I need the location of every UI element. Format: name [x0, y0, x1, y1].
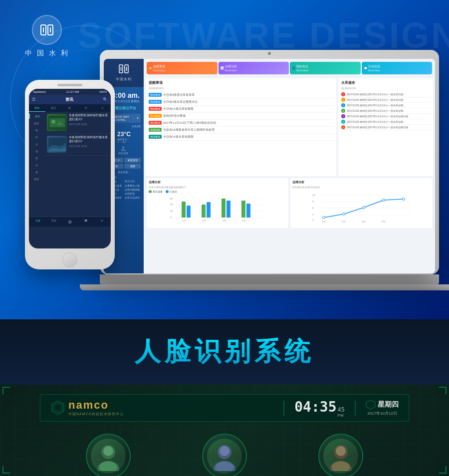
svg-text:40: 40 — [170, 203, 173, 206]
phone-hamburger-icon: ☰ — [32, 97, 35, 102]
namco-divider-1 — [283, 401, 284, 416]
phone-bottom-main[interactable]: 首页 — [46, 219, 62, 225]
header-btn-4-label: 互动交流 — [368, 64, 380, 69]
legend-1: 累完成量 — [149, 190, 163, 193]
svg-marker-51 — [54, 403, 62, 412]
res-text-2: 2017/11/01 德州区(2017年11月1日小一型水库日报 — [347, 98, 403, 101]
namco-hex-icon — [50, 400, 65, 415]
warning-btn[interactable]: 预警 — [124, 164, 141, 169]
func-recent-1[interactable]: 水事事务上报 — [125, 184, 141, 188]
reminder-text-6: 当前有18座新老坝水库上报维护未处理 — [163, 128, 215, 132]
reminder-text-7: 今日有14座水库有预警 — [163, 135, 194, 139]
header-btn-3-label: 我的关注 — [296, 64, 308, 69]
header-btn-interaction[interactable]: 💬 互动交流 Reminders — [362, 62, 433, 74]
chart-icon: 📊 — [221, 66, 224, 70]
reminder-text-3: 今日有14座水库有预警 — [163, 107, 194, 111]
phone-news-item-1[interactable]: 水务局对阿长何时绿竹塘水库进行清污? 2017/1/08 15:06 — [44, 112, 111, 134]
laptop-base — [100, 274, 439, 284]
phone-tab-monitor[interactable]: 监控 — [45, 104, 62, 112]
namco-logo-area: namco 中国NAMCO科技技术研究中心 — [50, 399, 273, 418]
sidebar-item-monitor2[interactable]: 监控 — [33, 121, 40, 126]
phone-nav: ☰ 资讯 🔍 — [29, 95, 111, 104]
sidebar-item-office[interactable]: 办 — [34, 163, 39, 168]
header-btn-reminders[interactable]: 🔔 提醒事项 Reminders — [147, 62, 218, 74]
sidebar-item-protect2[interactable]: 护 — [34, 135, 39, 140]
res-num-5: 5 — [341, 114, 345, 118]
logo-icon — [32, 15, 62, 45]
user-name: JERR AMY CHONG — [114, 115, 135, 121]
phone-carrier: Applidium — [33, 90, 46, 93]
face-circle-1 — [86, 434, 131, 476]
reminder-badge-5: 通知事项 — [149, 121, 162, 125]
line-chart-title: 运维分析 — [292, 180, 430, 185]
phone-tab-protect[interactable]: 护 — [78, 104, 94, 112]
reservoir-title: 水库服务 — [340, 80, 431, 85]
reservoir-item-1: 1 2017/11/01 德州区(2017年11月1日小一型水库日报 — [340, 92, 431, 97]
svg-point-44 — [383, 199, 385, 202]
dashboard: 中国水利 08:00 am. 2017年11月12日 星期日 智慧运维云平台 👤… — [104, 59, 435, 273]
charts-row: 运维分析 水库运维时效性量及解决数量统计 累完成量 已批 — [144, 176, 435, 230]
sidebar-item-check2[interactable]: 检 — [34, 128, 39, 133]
svg-text:4: 4 — [312, 213, 314, 216]
news-thumb-1 — [47, 114, 67, 131]
reminder-badge-7: 闸坝事项 — [149, 135, 162, 139]
phone-news-item-2[interactable]: 水务局对阿长何时绿竹塘水库进行清污? 2017/1/08 15:06 — [44, 134, 111, 156]
laptop-screen-outer: 中国水利 08:00 am. 2017年11月12日 星期日 智慧运维云平台 👤… — [100, 50, 439, 274]
header-btn-attention[interactable]: 👤 我的关注 Reminders — [290, 62, 361, 74]
phone-speaker — [57, 84, 82, 86]
svg-marker-52 — [366, 400, 375, 409]
header-btn-analysis[interactable]: 📊 运维分析 Reminders — [219, 62, 289, 74]
svg-point-42 — [343, 213, 345, 216]
svg-text:4日: 4日 — [382, 220, 386, 223]
face-recognition-title: 人脸识别系统 — [135, 334, 314, 369]
header-btn-3-sub: Reminders — [296, 69, 308, 72]
phone-bottom-home[interactable]: 点页 — [30, 219, 46, 225]
user-icon: 👤 — [292, 66, 295, 70]
reminder-badge-1: 闸坝事项 — [149, 93, 162, 97]
middle-section: 人脸识别系统 — [0, 319, 449, 384]
news-text-2: 水务局对阿长何时绿竹塘水库进行清污? 2017/1/08 15:06 — [69, 136, 108, 153]
header-btn-2-label: 运维分析 — [225, 64, 237, 69]
face-circle-2 — [202, 434, 247, 476]
phone-mockup: Applidium 11:27 AM 100% ☰ 资讯 🔍 资讯 监控 检 护… — [25, 80, 115, 269]
reminder-badge-4: 待办事项 — [149, 114, 162, 118]
sidebar-item-smart[interactable]: 智管 — [33, 177, 40, 182]
res-text-3: 2017/11/01 德州区(2017年11月1日小一型水库运维... — [347, 104, 405, 107]
phone-tab-check[interactable]: 检 — [62, 104, 78, 112]
sidebar-item-news[interactable]: 资讯 — [29, 114, 44, 119]
reminder-text-2: 今日有2座水库过预警水位 — [163, 100, 198, 104]
sidebar-item-result[interactable]: 成 — [34, 149, 39, 154]
svg-rect-25 — [226, 201, 230, 218]
phone-home-button[interactable] — [62, 252, 77, 267]
reservoir-subtitle: RESERVOIR — [340, 87, 431, 90]
phone-bottom-settings[interactable]: ⚙ — [94, 219, 110, 225]
phone-tab-public[interactable]: 公 — [94, 104, 111, 112]
func-recent-2[interactable]: 运维问题填报 — [125, 188, 141, 192]
wind-text: 北风2级 — [132, 125, 141, 129]
reminders-subtitle: REMINDERS — [148, 87, 334, 90]
reminder-text-4: 您有6件待办事项 — [163, 114, 186, 118]
phone-bottom-add[interactable]: ⊕ — [62, 219, 78, 225]
face-circle-3 — [318, 434, 363, 476]
dropdown-icon[interactable]: ▼ — [136, 117, 139, 120]
reminder-text-1: 今日有9座度水库有库库 — [163, 93, 195, 97]
res-text-6: 2017/11/01 德州区(2017年11月1日小一型水库运维... — [347, 120, 405, 123]
phone-bottom-msg[interactable]: 💬 — [78, 219, 94, 225]
legend-2: 已批次 — [166, 190, 177, 193]
func-recent-4[interactable]: 水库日志填写 — [125, 196, 141, 200]
bridge-btn[interactable]: 桥梁管理 — [124, 158, 141, 163]
phone-tab-news[interactable]: 资讯 — [29, 104, 45, 112]
namco-day: 星期四 — [378, 400, 399, 409]
reminder-item-3: 闸坝事项 今日有14座水库有预警 — [148, 106, 334, 113]
func-recent-3[interactable]: 文档管理 — [125, 192, 141, 196]
reservoir-panel: 水库服务 RESERVOIR 1 2017/11/01 德州区(2017年11月… — [338, 78, 433, 176]
svg-text:3日: 3日 — [362, 220, 366, 223]
svg-text:2月: 2月 — [202, 219, 206, 222]
phone-search-icon[interactable]: 🔍 — [103, 97, 108, 102]
sidebar-item-value[interactable]: 值 — [34, 170, 39, 175]
svg-text:0: 0 — [170, 216, 172, 219]
sidebar-item-maintain[interactable]: 养 — [34, 156, 39, 161]
sidebar-item-public2[interactable]: 公 — [34, 142, 39, 147]
header-btn-2-sub: Reminders — [225, 69, 237, 72]
line-chart-subtitle: 绿竹塘水库运维活动总结 — [292, 186, 430, 189]
